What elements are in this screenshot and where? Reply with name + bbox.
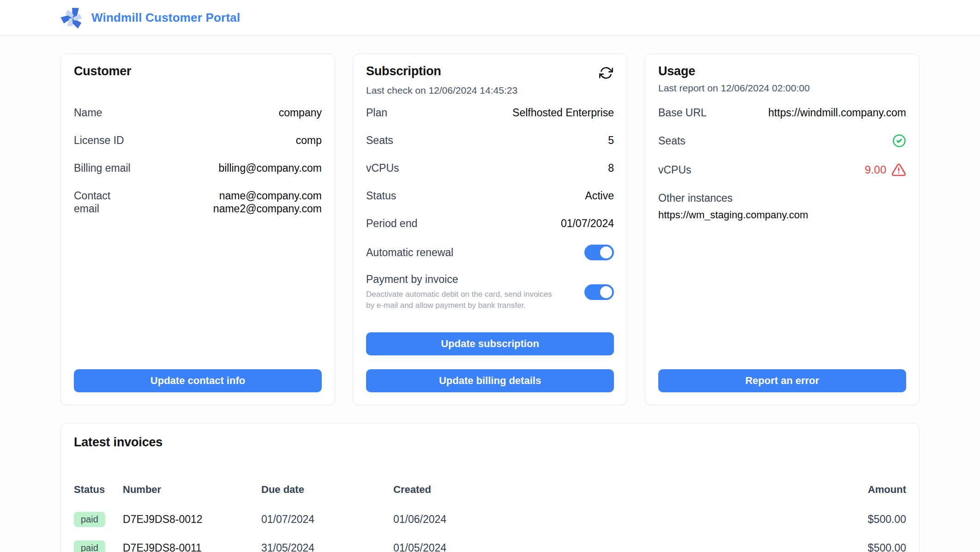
report-an-error-button[interactable]: Report an error	[658, 369, 906, 392]
column-header-created: Created	[393, 484, 814, 496]
customer-contact-email-row: Contact email name@company.com name2@com…	[74, 189, 322, 215]
customer-name-value: company	[279, 106, 322, 119]
invoice-row: paid D7EJ9DS8-0012 01/07/2024 01/06/2024…	[74, 510, 906, 528]
status-label: Status	[366, 189, 396, 202]
invoice-created: 01/06/2024	[393, 513, 814, 526]
invoice-number: D7EJ9DS8-0011	[123, 542, 261, 552]
customer-license-label: License ID	[74, 134, 124, 147]
latest-invoices-title: Latest invoices	[74, 435, 906, 450]
check-circle-icon	[892, 134, 906, 148]
app-title: Windmill Customer Portal	[91, 11, 240, 25]
plan-row: Plan Selfhosted Enterprise	[366, 106, 614, 119]
invoice-amount: $500.00	[814, 513, 906, 526]
vcpus-value: 8	[608, 162, 614, 174]
status-badge: paid	[74, 512, 105, 527]
payment-by-invoice-description: Deactivate automatic debit on the card, …	[366, 289, 555, 311]
invoice-amount: $500.00	[814, 542, 906, 552]
subscription-card: Subscription Last check on 12/06/2024 14…	[353, 54, 627, 405]
invoice-number: D7EJ9DS8-0012	[123, 513, 261, 526]
automatic-renewal-label: Automatic renewal	[366, 246, 453, 259]
other-instances-block: Other instances https://wm_staging.compa…	[658, 192, 906, 221]
customer-billing-email-label: Billing email	[74, 162, 131, 174]
warning-triangle-icon	[891, 162, 906, 177]
seats-row: Seats 5	[366, 134, 614, 147]
customer-billing-email-row: Billing email billing@company.com	[74, 162, 322, 174]
usage-card: Usage Last report on 12/06/2024 02:00:00…	[645, 54, 920, 405]
subscription-last-check: Last check on 12/06/2024 14:45:23	[366, 85, 614, 96]
period-end-row: Period end 01/07/2024	[366, 217, 614, 230]
update-billing-details-button[interactable]: Update billing details	[366, 369, 614, 392]
customer-name-label: Name	[74, 106, 102, 119]
usage-card-title: Usage	[658, 64, 695, 78]
usage-seats-row: Seats	[658, 134, 906, 148]
top-navigation: Windmill Customer Portal	[0, 0, 980, 36]
subscription-card-title: Subscription	[366, 64, 441, 78]
invoice-due-date: 01/07/2024	[261, 513, 393, 526]
usage-vcpus-value: 9.00	[865, 163, 886, 176]
base-url-value: https://windmill.company.com	[768, 106, 906, 119]
plan-label: Plan	[366, 106, 387, 119]
update-subscription-button[interactable]: Update subscription	[366, 332, 614, 355]
payment-by-invoice-row: Payment by invoice Deactivate automatic …	[366, 273, 614, 311]
automatic-renewal-toggle[interactable]	[584, 245, 614, 260]
customer-name-row: Name company	[74, 106, 322, 119]
page-content: Customer Name company License ID comp Bi…	[0, 36, 980, 552]
customer-license-row: License ID comp	[74, 134, 322, 147]
status-row: Status Active	[366, 189, 614, 202]
usage-last-report: Last report on 12/06/2024 02:00:00	[658, 83, 906, 94]
invoice-row: paid D7EJ9DS8-0011 31/05/2024 01/05/2024…	[74, 539, 906, 552]
refresh-icon[interactable]	[598, 65, 614, 81]
automatic-renewal-row: Automatic renewal	[366, 245, 614, 260]
column-header-due-date: Due date	[261, 484, 393, 496]
column-header-amount: Amount	[814, 484, 906, 496]
usage-vcpus-row: vCPUs 9.00	[658, 162, 906, 177]
latest-invoices-card: Latest invoices Status Number Due date C…	[60, 423, 920, 552]
payment-by-invoice-toggle[interactable]	[584, 284, 614, 300]
base-url-label: Base URL	[658, 106, 707, 119]
vcpus-label: vCPUs	[366, 162, 399, 174]
seats-value: 5	[608, 134, 614, 147]
customer-contact-email-label: Contact email	[74, 189, 129, 215]
usage-seats-label: Seats	[658, 134, 685, 147]
vcpus-row: vCPUs 8	[366, 162, 614, 174]
update-contact-info-button[interactable]: Update contact info	[74, 369, 322, 392]
period-end-value: 01/07/2024	[561, 217, 614, 230]
base-url-row: Base URL https://windmill.company.com	[658, 106, 906, 119]
payment-by-invoice-label: Payment by invoice	[366, 273, 555, 286]
column-header-number: Number	[123, 484, 261, 496]
windmill-logo-icon	[60, 6, 84, 30]
usage-vcpus-label: vCPUs	[658, 163, 691, 176]
invoice-created: 01/05/2024	[393, 542, 814, 552]
status-badge: paid	[74, 540, 105, 552]
seats-label: Seats	[366, 134, 393, 147]
other-instances-url: https://wm_staging.company.com	[658, 209, 906, 221]
customer-card: Customer Name company License ID comp Bi…	[60, 54, 335, 405]
column-header-status: Status	[74, 484, 123, 496]
period-end-label: Period end	[366, 217, 417, 230]
invoices-table-header: Status Number Due date Created Amount	[74, 484, 906, 496]
other-instances-label: Other instances	[658, 192, 906, 204]
customer-billing-email-value: billing@company.com	[218, 162, 322, 174]
customer-license-value: comp	[296, 134, 322, 147]
customer-card-title: Customer	[74, 64, 131, 78]
customer-contact-email-value: name@company.com name2@company.com	[213, 189, 322, 215]
invoice-due-date: 31/05/2024	[261, 542, 393, 552]
plan-value: Selfhosted Enterprise	[512, 106, 614, 119]
status-value: Active	[585, 189, 614, 202]
